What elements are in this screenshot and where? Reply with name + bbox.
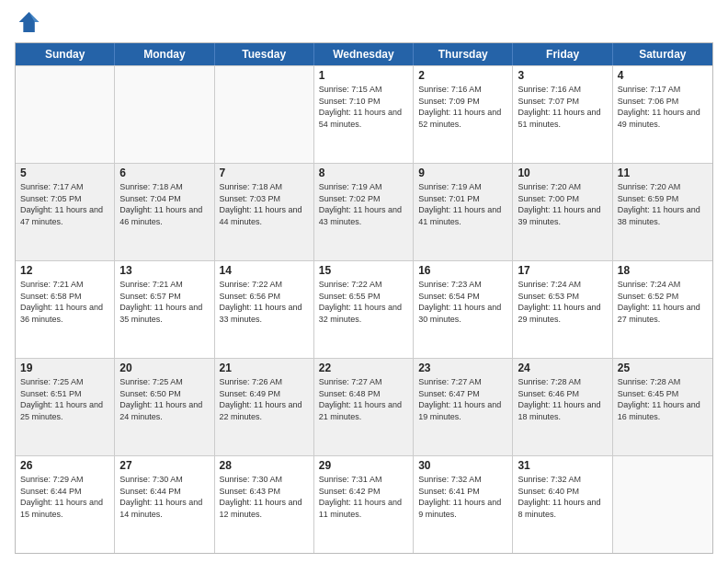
cell-info: Sunrise: 7:16 AM Sunset: 7:07 PM Dayligh… — [518, 84, 607, 130]
cell-info: Sunrise: 7:21 AM Sunset: 6:57 PM Dayligh… — [119, 279, 209, 325]
calendar-cell-16: 16Sunrise: 7:23 AM Sunset: 6:54 PM Dayli… — [414, 261, 513, 358]
calendar-cell-13: 13Sunrise: 7:21 AM Sunset: 6:57 PM Dayli… — [115, 261, 214, 358]
day-number: 31 — [518, 459, 607, 472]
calendar-cell-21: 21Sunrise: 7:26 AM Sunset: 6:49 PM Dayli… — [215, 359, 314, 455]
calendar-cell-2: 2Sunrise: 7:16 AM Sunset: 7:09 PM Daylig… — [414, 66, 513, 163]
calendar-cell-9: 9Sunrise: 7:19 AM Sunset: 7:01 PM Daylig… — [414, 164, 513, 260]
calendar-header: SundayMondayTuesdayWednesdayThursdayFrid… — [16, 43, 712, 65]
calendar-cell-8: 8Sunrise: 7:19 AM Sunset: 7:02 PM Daylig… — [314, 164, 414, 260]
cell-info: Sunrise: 7:26 AM Sunset: 6:49 PM Dayligh… — [220, 376, 309, 422]
calendar-cell-empty-0-2 — [215, 66, 314, 163]
calendar-cell-6: 6Sunrise: 7:18 AM Sunset: 7:04 PM Daylig… — [115, 164, 214, 260]
calendar-row-4: 19Sunrise: 7:25 AM Sunset: 6:51 PM Dayli… — [16, 358, 712, 455]
cell-info: Sunrise: 7:30 AM Sunset: 6:44 PM Dayligh… — [119, 474, 209, 520]
day-number: 5 — [20, 167, 109, 179]
calendar-cell-7: 7Sunrise: 7:18 AM Sunset: 7:03 PM Daylig… — [215, 164, 314, 260]
logo — [15, 9, 44, 35]
day-number: 7 — [220, 167, 309, 179]
cell-info: Sunrise: 7:17 AM Sunset: 7:06 PM Dayligh… — [618, 84, 708, 130]
calendar-cell-29: 29Sunrise: 7:31 AM Sunset: 6:42 PM Dayli… — [314, 456, 414, 553]
weekday-header-tuesday: Tuesday — [215, 43, 314, 65]
calendar-cell-12: 12Sunrise: 7:21 AM Sunset: 6:58 PM Dayli… — [16, 261, 115, 358]
cell-info: Sunrise: 7:27 AM Sunset: 6:47 PM Dayligh… — [418, 376, 507, 422]
weekday-header-saturday: Saturday — [613, 43, 712, 65]
calendar-row-1: 1Sunrise: 7:15 AM Sunset: 7:10 PM Daylig… — [16, 65, 712, 163]
cell-info: Sunrise: 7:15 AM Sunset: 7:10 PM Dayligh… — [319, 84, 408, 130]
calendar-cell-empty-4-6 — [613, 456, 712, 553]
calendar: SundayMondayTuesdayWednesdayThursdayFrid… — [15, 42, 713, 554]
day-number: 15 — [319, 264, 408, 277]
calendar-cell-1: 1Sunrise: 7:15 AM Sunset: 7:10 PM Daylig… — [314, 66, 414, 163]
calendar-cell-empty-0-1 — [115, 66, 214, 163]
calendar-row-3: 12Sunrise: 7:21 AM Sunset: 6:58 PM Dayli… — [16, 260, 712, 358]
calendar-row-5: 26Sunrise: 7:29 AM Sunset: 6:44 PM Dayli… — [16, 455, 712, 553]
day-number: 6 — [119, 167, 209, 179]
cell-info: Sunrise: 7:30 AM Sunset: 6:43 PM Dayligh… — [220, 474, 309, 520]
calendar-cell-4: 4Sunrise: 7:17 AM Sunset: 7:06 PM Daylig… — [613, 66, 712, 163]
cell-info: Sunrise: 7:18 AM Sunset: 7:04 PM Dayligh… — [119, 181, 209, 227]
weekday-header-sunday: Sunday — [16, 43, 115, 65]
cell-info: Sunrise: 7:22 AM Sunset: 6:55 PM Dayligh… — [319, 279, 408, 325]
day-number: 20 — [119, 362, 209, 374]
calendar-cell-20: 20Sunrise: 7:25 AM Sunset: 6:50 PM Dayli… — [115, 359, 214, 455]
calendar-cell-19: 19Sunrise: 7:25 AM Sunset: 6:51 PM Dayli… — [16, 359, 115, 455]
calendar-cell-17: 17Sunrise: 7:24 AM Sunset: 6:53 PM Dayli… — [513, 261, 612, 358]
cell-info: Sunrise: 7:28 AM Sunset: 6:45 PM Dayligh… — [618, 376, 708, 422]
cell-info: Sunrise: 7:25 AM Sunset: 6:50 PM Dayligh… — [119, 376, 209, 422]
day-number: 3 — [518, 69, 607, 82]
cell-info: Sunrise: 7:17 AM Sunset: 7:05 PM Dayligh… — [20, 181, 109, 227]
cell-info: Sunrise: 7:19 AM Sunset: 7:01 PM Dayligh… — [418, 181, 507, 227]
calendar-cell-31: 31Sunrise: 7:32 AM Sunset: 6:40 PM Dayli… — [513, 456, 612, 553]
calendar-cell-empty-0-0 — [16, 66, 115, 163]
day-number: 9 — [418, 167, 507, 179]
day-number: 4 — [618, 69, 708, 82]
cell-info: Sunrise: 7:27 AM Sunset: 6:48 PM Dayligh… — [319, 376, 408, 422]
calendar-body: 1Sunrise: 7:15 AM Sunset: 7:10 PM Daylig… — [16, 65, 712, 553]
cell-info: Sunrise: 7:25 AM Sunset: 6:51 PM Dayligh… — [20, 376, 109, 422]
weekday-header-friday: Friday — [513, 43, 612, 65]
cell-info: Sunrise: 7:31 AM Sunset: 6:42 PM Dayligh… — [319, 474, 408, 520]
cell-info: Sunrise: 7:29 AM Sunset: 6:44 PM Dayligh… — [20, 474, 109, 520]
cell-info: Sunrise: 7:28 AM Sunset: 6:46 PM Dayligh… — [518, 376, 607, 422]
weekday-header-wednesday: Wednesday — [314, 43, 414, 65]
day-number: 2 — [418, 69, 507, 82]
day-number: 1 — [319, 69, 408, 82]
calendar-cell-15: 15Sunrise: 7:22 AM Sunset: 6:55 PM Dayli… — [314, 261, 414, 358]
day-number: 16 — [418, 264, 507, 277]
cell-info: Sunrise: 7:32 AM Sunset: 6:41 PM Dayligh… — [418, 474, 507, 520]
day-number: 10 — [518, 167, 607, 179]
cell-info: Sunrise: 7:32 AM Sunset: 6:40 PM Dayligh… — [518, 474, 607, 520]
day-number: 18 — [618, 264, 708, 277]
day-number: 27 — [119, 459, 209, 472]
day-number: 14 — [220, 264, 309, 277]
logo-icon — [15, 9, 40, 35]
cell-info: Sunrise: 7:19 AM Sunset: 7:02 PM Dayligh… — [319, 181, 408, 227]
cell-info: Sunrise: 7:21 AM Sunset: 6:58 PM Dayligh… — [20, 279, 109, 325]
calendar-cell-24: 24Sunrise: 7:28 AM Sunset: 6:46 PM Dayli… — [513, 359, 612, 455]
day-number: 19 — [20, 362, 109, 374]
calendar-cell-18: 18Sunrise: 7:24 AM Sunset: 6:52 PM Dayli… — [613, 261, 712, 358]
page-header — [15, 9, 713, 35]
calendar-cell-10: 10Sunrise: 7:20 AM Sunset: 7:00 PM Dayli… — [513, 164, 612, 260]
cell-info: Sunrise: 7:18 AM Sunset: 7:03 PM Dayligh… — [220, 181, 309, 227]
calendar-cell-26: 26Sunrise: 7:29 AM Sunset: 6:44 PM Dayli… — [16, 456, 115, 553]
cell-info: Sunrise: 7:24 AM Sunset: 6:53 PM Dayligh… — [518, 279, 607, 325]
cell-info: Sunrise: 7:20 AM Sunset: 7:00 PM Dayligh… — [518, 181, 607, 227]
day-number: 17 — [518, 264, 607, 277]
day-number: 13 — [119, 264, 209, 277]
calendar-cell-5: 5Sunrise: 7:17 AM Sunset: 7:05 PM Daylig… — [16, 164, 115, 260]
calendar-cell-23: 23Sunrise: 7:27 AM Sunset: 6:47 PM Dayli… — [414, 359, 513, 455]
cell-info: Sunrise: 7:24 AM Sunset: 6:52 PM Dayligh… — [618, 279, 708, 325]
day-number: 29 — [319, 459, 408, 472]
day-number: 8 — [319, 167, 408, 179]
day-number: 24 — [518, 362, 607, 374]
day-number: 12 — [20, 264, 109, 277]
cell-info: Sunrise: 7:20 AM Sunset: 6:59 PM Dayligh… — [618, 181, 708, 227]
calendar-cell-3: 3Sunrise: 7:16 AM Sunset: 7:07 PM Daylig… — [513, 66, 612, 163]
calendar-cell-22: 22Sunrise: 7:27 AM Sunset: 6:48 PM Dayli… — [314, 359, 414, 455]
day-number: 11 — [618, 167, 708, 179]
calendar-cell-28: 28Sunrise: 7:30 AM Sunset: 6:43 PM Dayli… — [215, 456, 314, 553]
day-number: 25 — [618, 362, 708, 374]
calendar-cell-25: 25Sunrise: 7:28 AM Sunset: 6:45 PM Dayli… — [613, 359, 712, 455]
cell-info: Sunrise: 7:23 AM Sunset: 6:54 PM Dayligh… — [418, 279, 507, 325]
